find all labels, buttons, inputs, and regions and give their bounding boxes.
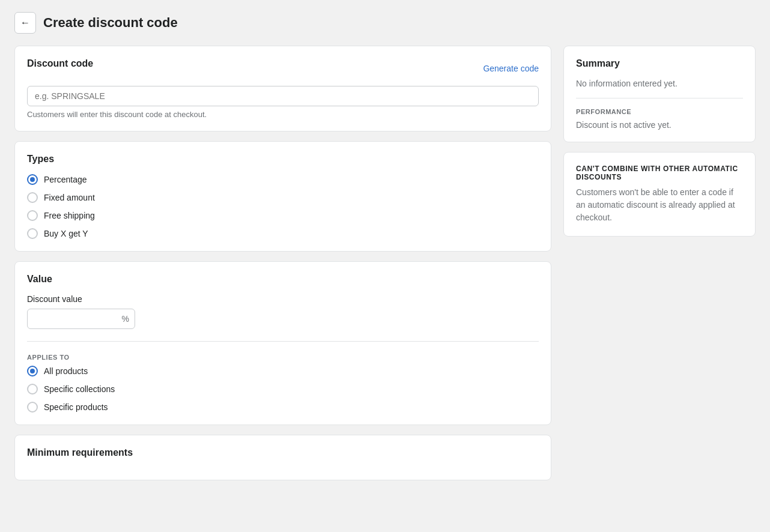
type-free-shipping-radio[interactable] — [27, 210, 38, 221]
type-fixed-amount-radio[interactable] — [27, 192, 38, 203]
type-buy-x-get-y-label: Buy X get Y — [44, 229, 88, 238]
performance-section: PERFORMANCE Discount is not active yet. — [576, 98, 743, 130]
applies-to-label: APPLIES TO — [27, 354, 539, 361]
types-title: Types — [27, 154, 539, 165]
applies-all-products-radio[interactable] — [27, 366, 38, 376]
value-suffix-percent: % — [122, 314, 129, 324]
applies-specific-collections[interactable]: Specific collections — [27, 384, 539, 394]
applies-all-products-label: All products — [44, 366, 88, 376]
generate-code-link[interactable]: Generate code — [483, 64, 539, 73]
type-fixed-amount[interactable]: Fixed amount — [27, 192, 539, 203]
value-title: Value — [27, 274, 539, 285]
performance-label: PERFORMANCE — [576, 108, 743, 115]
type-percentage-label: Percentage — [44, 175, 87, 184]
right-column: Summary No information entered yet. PERF… — [563, 46, 756, 237]
discount-code-input[interactable] — [27, 86, 539, 106]
applies-specific-collections-label: Specific collections — [44, 384, 115, 394]
discount-code-hint: Customers will enter this discount code … — [27, 110, 539, 119]
minimum-requirements-title: Minimum requirements — [27, 447, 539, 458]
applies-specific-collections-radio[interactable] — [27, 384, 38, 394]
applies-to-radio-group: All products Specific collections Specif… — [27, 366, 539, 413]
applies-to-section: APPLIES TO All products Specific collect… — [27, 341, 539, 413]
cant-combine-text: Customers won't be able to enter a code … — [576, 186, 743, 224]
types-radio-group: Percentage Fixed amount Free shipping Bu… — [27, 174, 539, 239]
type-buy-x-get-y-radio[interactable] — [27, 228, 38, 239]
discount-code-title: Discount code — [27, 58, 93, 69]
applies-specific-products-radio[interactable] — [27, 402, 38, 413]
value-card: Value Discount value % APPLIES TO All pr… — [14, 261, 551, 425]
applies-all-products[interactable]: All products — [27, 366, 539, 376]
left-column: Discount code Generate code Customers wi… — [14, 46, 551, 480]
type-percentage-radio[interactable] — [27, 174, 38, 185]
discount-value-label: Discount value — [27, 294, 539, 304]
summary-title: Summary — [576, 58, 743, 69]
summary-card: Summary No information entered yet. PERF… — [563, 46, 756, 142]
discount-value-input[interactable] — [27, 309, 135, 329]
back-icon: ← — [20, 17, 30, 28]
cant-combine-title: CAN'T COMBINE WITH OTHER AUTOMATIC DISCO… — [576, 165, 743, 181]
value-input-wrapper: % — [27, 309, 135, 329]
type-free-shipping[interactable]: Free shipping — [27, 210, 539, 221]
main-layout: Discount code Generate code Customers wi… — [14, 46, 756, 480]
minimum-requirements-card: Minimum requirements — [14, 435, 551, 480]
page-title: Create discount code — [43, 15, 178, 31]
back-button[interactable]: ← — [14, 12, 36, 34]
cant-combine-card: CAN'T COMBINE WITH OTHER AUTOMATIC DISCO… — [563, 152, 756, 237]
types-card: Types Percentage Fixed amount Free shipp… — [14, 141, 551, 252]
type-fixed-amount-label: Fixed amount — [44, 193, 95, 202]
page-header: ← Create discount code — [14, 12, 756, 34]
type-buy-x-get-y[interactable]: Buy X get Y — [27, 228, 539, 239]
applies-specific-products-label: Specific products — [44, 402, 108, 412]
type-percentage[interactable]: Percentage — [27, 174, 539, 185]
summary-no-info: No information entered yet. — [576, 79, 743, 88]
type-free-shipping-label: Free shipping — [44, 211, 95, 220]
discount-code-card: Discount code Generate code Customers wi… — [14, 46, 551, 131]
performance-text: Discount is not active yet. — [576, 120, 743, 130]
discount-code-header: Discount code Generate code — [27, 58, 539, 79]
applies-specific-products[interactable]: Specific products — [27, 402, 539, 413]
